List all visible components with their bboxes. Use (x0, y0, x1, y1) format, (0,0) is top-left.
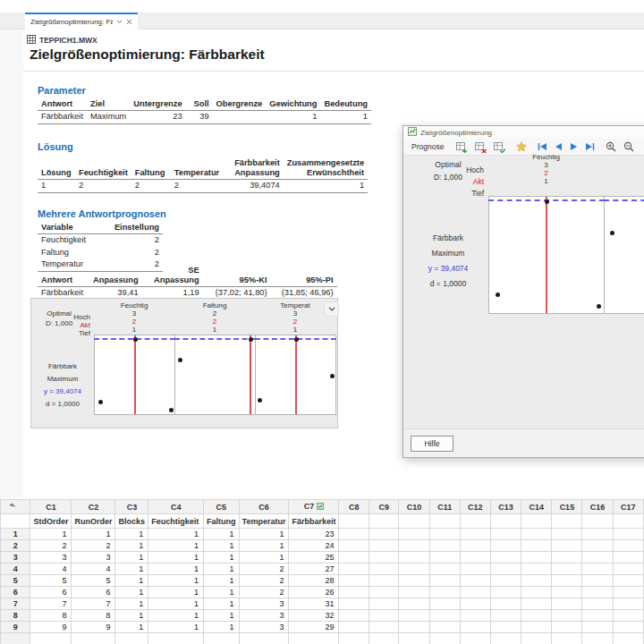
grid-cell[interactable]: 2 (239, 575, 289, 587)
grid-cell[interactable] (582, 633, 613, 644)
grid-cell[interactable] (582, 540, 613, 552)
grid-cell[interactable]: 5 (30, 575, 72, 587)
grid-cell[interactable] (369, 564, 398, 575)
grid-cell[interactable] (339, 622, 369, 633)
grid-cell[interactable] (613, 529, 643, 540)
grid-cell[interactable] (399, 575, 429, 587)
grid-cell[interactable] (369, 598, 398, 610)
grid-cell[interactable] (521, 575, 552, 587)
grid-cell[interactable]: 6 (72, 587, 115, 598)
grid-cell[interactable] (490, 622, 521, 633)
grid-cell[interactable]: 1 (204, 610, 240, 622)
grid-cell[interactable] (521, 633, 552, 644)
variable-name-cell[interactable] (552, 514, 582, 529)
grid-column-header-c1[interactable]: C1 (30, 500, 72, 514)
grid-cell[interactable]: 1 (204, 552, 240, 564)
variable-name-cell[interactable] (369, 514, 398, 529)
grid-cell[interactable] (460, 575, 490, 587)
grid-cell[interactable] (613, 575, 643, 587)
grid-cell[interactable]: 9 (30, 622, 72, 633)
grid-cell[interactable] (339, 610, 369, 622)
variable-name-cell[interactable] (399, 514, 429, 529)
grid-cell[interactable]: 1 (204, 587, 240, 598)
grid-column-header-c11[interactable]: C11 (429, 500, 460, 514)
grid-column-header-c16[interactable]: C16 (582, 500, 613, 514)
grid-cell[interactable]: 1 (115, 610, 148, 622)
row-header[interactable]: 6 (1, 587, 30, 598)
worksheet-file-row[interactable]: TEPPICH1.MWX (27, 35, 97, 46)
grid-cell[interactable] (429, 587, 460, 598)
grid-cell[interactable]: 9 (72, 622, 115, 633)
grid-cell[interactable] (429, 622, 460, 633)
grid-cell[interactable] (521, 552, 552, 564)
grid-cell[interactable]: 1 (148, 529, 204, 540)
grid-cell[interactable] (613, 564, 643, 575)
grid-cell[interactable] (521, 610, 552, 622)
grid-cell[interactable] (613, 587, 643, 598)
grid-cell[interactable]: 24 (289, 540, 339, 552)
last-setting-icon[interactable] (583, 141, 597, 152)
grid-cell[interactable] (204, 633, 240, 644)
grid-cell[interactable] (582, 622, 613, 633)
grid-cell[interactable] (369, 622, 398, 633)
grid-cell[interactable]: 8 (72, 610, 115, 622)
grid-cell[interactable] (582, 610, 613, 622)
grid-column-header-c2[interactable]: C2 (72, 500, 115, 514)
row-header[interactable]: 7 (1, 598, 30, 610)
grid-cell[interactable]: 1 (204, 564, 240, 575)
favorite-star-icon[interactable] (514, 140, 529, 153)
grid-cell[interactable]: 32 (289, 610, 339, 622)
grid-cell[interactable] (613, 552, 643, 564)
row-header[interactable]: 8 (1, 610, 30, 622)
grid-cell[interactable]: 29 (289, 622, 339, 633)
grid-cell[interactable] (552, 552, 582, 564)
grid-cell[interactable] (552, 587, 582, 598)
grid-cell[interactable]: 1 (115, 540, 148, 552)
grid-cell[interactable] (552, 633, 582, 644)
grid-column-header-c6[interactable]: C6 (239, 500, 289, 514)
grid-cell[interactable] (582, 552, 613, 564)
grid-cell[interactable] (429, 552, 460, 564)
grid-column-header-c8[interactable]: C8 (339, 500, 369, 514)
grid-cell[interactable]: 1 (239, 552, 289, 564)
current-setting-line[interactable] (546, 197, 547, 313)
grid-cell[interactable]: 7 (30, 598, 72, 610)
grid-cell[interactable] (490, 529, 521, 540)
grid-cell[interactable] (115, 633, 148, 644)
grid-cell[interactable] (460, 598, 490, 610)
grid-column-header-c3[interactable]: C3 (115, 500, 148, 514)
grid-cell[interactable] (552, 575, 582, 587)
row-header[interactable] (1, 633, 30, 644)
row-header[interactable]: 3 (1, 552, 30, 564)
delete-setting-icon[interactable] (473, 140, 488, 154)
grid-cell[interactable] (521, 587, 552, 598)
grid-cell[interactable]: 1 (204, 622, 240, 633)
grid-cell[interactable] (429, 633, 460, 644)
grid-cell[interactable] (148, 633, 204, 644)
window-title-bar[interactable]: Zielgrößenoptimierung (403, 126, 644, 139)
grid-cell[interactable]: 1 (204, 575, 240, 587)
grid-cell[interactable]: 1 (204, 540, 240, 552)
first-setting-icon[interactable] (536, 141, 549, 152)
grid-cell[interactable] (429, 564, 460, 575)
grid-cell[interactable]: 1 (204, 598, 240, 610)
grid-cell[interactable]: 1 (30, 529, 72, 540)
grid-cell[interactable] (369, 587, 398, 598)
current-setting-line[interactable] (295, 335, 297, 414)
variable-name-cell[interactable]: Blocks (115, 514, 148, 529)
row-header[interactable]: 2 (1, 540, 30, 552)
grid-cell[interactable] (490, 598, 521, 610)
grid-cell[interactable]: 3 (239, 598, 289, 610)
grid-cell[interactable]: 1 (115, 587, 148, 598)
grid-cell[interactable] (613, 633, 643, 644)
grid-corner-cell[interactable] (1, 500, 30, 514)
grid-cell[interactable] (369, 575, 398, 587)
grid-cell[interactable]: 1 (148, 598, 204, 610)
grid-cell[interactable]: 23 (289, 529, 339, 540)
grid-column-header-c12[interactable]: C12 (460, 500, 490, 514)
grid-cell[interactable] (460, 529, 490, 540)
grid-cell[interactable]: 3 (72, 552, 115, 564)
zoom-in-icon[interactable] (604, 140, 618, 153)
variable-name-cell[interactable]: RunOrder (72, 514, 115, 529)
grid-cell[interactable] (399, 552, 429, 564)
